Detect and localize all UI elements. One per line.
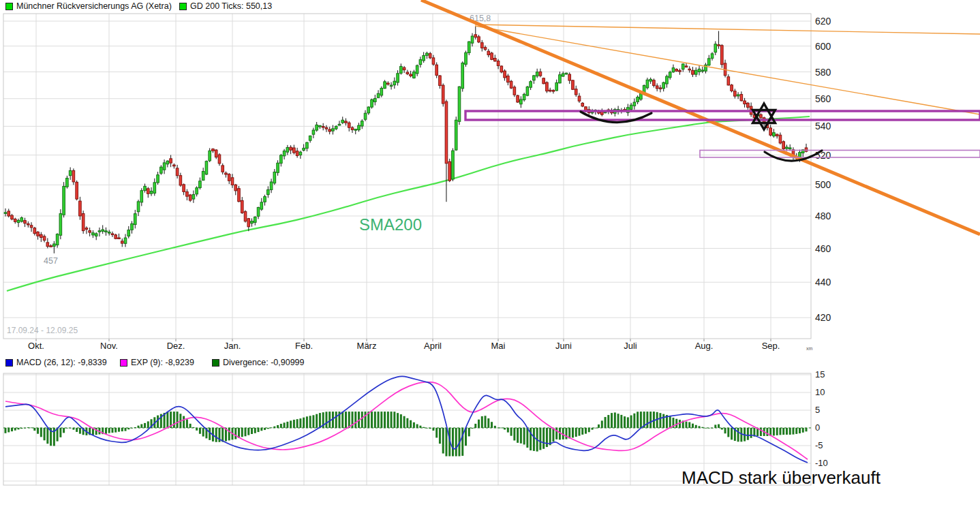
chart-canvas [0, 0, 980, 511]
stock-chart-page: Münchner Rückversicherungs AG (Xetra) GD… [0, 0, 980, 511]
